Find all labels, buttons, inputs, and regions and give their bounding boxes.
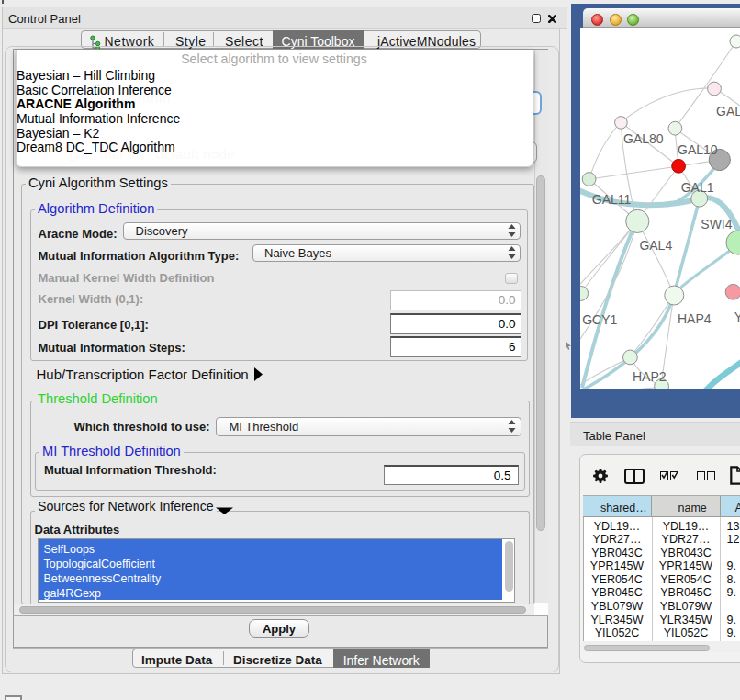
svg-text:GCY1: GCY1	[582, 312, 617, 327]
svg-text:SWI4: SWI4	[701, 217, 732, 231]
svg-text:GAL80: GAL80	[623, 131, 664, 146]
svg-text:GAL4: GAL4	[639, 238, 672, 253]
svg-text:GAL10: GAL10	[678, 142, 718, 157]
svg-text:GAL1: GAL1	[681, 180, 714, 195]
svg-text:HAP2: HAP2	[633, 369, 667, 384]
svg-text:GAL: GAL	[716, 104, 740, 119]
svg-text:HAP4: HAP4	[678, 311, 712, 326]
svg-text:GAL11: GAL11	[592, 192, 632, 207]
svg-text:Y: Y	[734, 310, 740, 324]
